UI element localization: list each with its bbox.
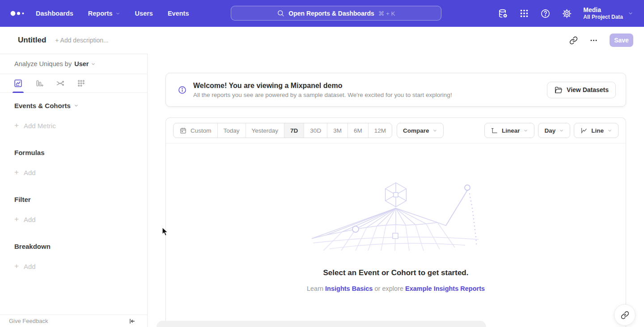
- banner-title: Welcome! You are viewing a Mixpanel demo: [193, 82, 547, 90]
- insights-chart-card: Custom Today Yesterday 7D 30D 3M 6M 12M …: [165, 117, 626, 327]
- date-range-segmented-control: Custom Today Yesterday 7D 30D 3M 6M 12M: [173, 123, 392, 138]
- next-section-peek: [157, 321, 486, 327]
- empty-state-links: Learn Insights Basics or explore Example…: [166, 285, 626, 292]
- add-filter-button[interactable]: + Add: [14, 215, 133, 224]
- plus-icon: +: [14, 168, 19, 177]
- analyze-entity-dropdown[interactable]: User: [74, 60, 96, 67]
- share-link-fab[interactable]: [614, 304, 636, 326]
- analyze-label: Analyze Uniques by: [14, 60, 72, 67]
- example-insights-reports-link[interactable]: Example Insights Reports: [405, 285, 485, 292]
- view-datasets-button[interactable]: View Datasets: [547, 82, 616, 98]
- range-30d[interactable]: 30D: [304, 123, 327, 138]
- search-icon: [277, 9, 284, 17]
- range-12m[interactable]: 12M: [368, 123, 392, 138]
- linear-axis-icon: [491, 127, 498, 134]
- flows-icon: [55, 79, 65, 88]
- wireframe-illustration: [311, 181, 481, 251]
- add-breakdown-button[interactable]: + Add: [14, 262, 133, 271]
- settings-gear-icon[interactable]: [562, 8, 572, 19]
- breakdown-header: Breakdown: [14, 243, 133, 250]
- interval-dropdown[interactable]: Day: [538, 123, 570, 138]
- top-nav: Dashboards Reports Users Events Open Rep…: [0, 0, 644, 27]
- nav-dashboards[interactable]: Dashboards: [36, 10, 73, 17]
- apps-grid-icon[interactable]: [519, 8, 529, 18]
- global-search[interactable]: Open Reports & Dashboards ⌘ + K: [231, 6, 441, 21]
- formulas-header: Formulas: [14, 149, 133, 156]
- query-builder-sidebar: Analyze Uniques by User: [0, 54, 148, 327]
- dot-grid-icon: [76, 79, 86, 88]
- nav-reports[interactable]: Reports: [88, 10, 120, 17]
- chart-type-dropdown[interactable]: Line: [574, 123, 619, 138]
- chart-controls: Custom Today Yesterday 7D 30D 3M 6M 12M …: [166, 118, 626, 143]
- tab-grid[interactable]: [76, 74, 86, 93]
- empty-state-heading: Select an Event or Cohort to get started…: [166, 268, 626, 277]
- range-3m[interactable]: 3M: [327, 123, 347, 138]
- filter-header: Filter: [14, 196, 133, 203]
- add-metric-button[interactable]: + Add Metric: [14, 121, 133, 130]
- chevron-down-icon: [91, 62, 96, 67]
- bar-chart-icon: [34, 79, 44, 88]
- search-shortcut: ⌘ + K: [378, 10, 395, 17]
- range-7d[interactable]: 7D: [284, 123, 304, 138]
- report-header: Untitled + Add description... Save: [0, 27, 644, 54]
- tab-flows[interactable]: [55, 74, 65, 93]
- chart-type-tabs: [0, 74, 147, 93]
- chevron-down-icon: [74, 103, 79, 108]
- nav-right-cluster: Media All Project Data: [498, 0, 633, 27]
- project-name: Media: [583, 6, 623, 14]
- scale-dropdown[interactable]: Linear: [484, 123, 535, 138]
- report-title[interactable]: Untitled: [18, 36, 46, 45]
- info-icon: [178, 85, 187, 95]
- folder-icon: [554, 86, 563, 94]
- chevron-down-icon: [628, 11, 633, 16]
- compare-dropdown[interactable]: Compare: [397, 123, 444, 138]
- chevron-down-icon: [115, 11, 120, 16]
- data-management-icon[interactable]: [498, 8, 508, 19]
- more-options-icon[interactable]: [589, 36, 598, 45]
- nav-users[interactable]: Users: [135, 10, 153, 17]
- copy-link-icon[interactable]: [569, 36, 578, 45]
- line-type-icon: [580, 127, 588, 134]
- line-chart-icon: [13, 79, 23, 88]
- chevron-down-icon: [523, 128, 528, 133]
- banner-subtitle: All the reports you see are powered by a…: [193, 92, 547, 98]
- range-custom[interactable]: Custom: [174, 123, 217, 138]
- demo-banner: Welcome! You are viewing a Mixpanel demo…: [165, 73, 626, 107]
- primary-nav: Dashboards Reports Users Events: [36, 10, 189, 17]
- insights-basics-link[interactable]: Insights Basics: [325, 285, 373, 292]
- project-scope: All Project Data: [583, 14, 623, 21]
- report-description-placeholder[interactable]: + Add description...: [55, 37, 108, 44]
- range-6m[interactable]: 6M: [347, 123, 368, 138]
- project-switcher[interactable]: Media All Project Data: [583, 6, 633, 21]
- range-today[interactable]: Today: [217, 123, 246, 138]
- link-icon: [621, 311, 629, 319]
- chevron-down-icon: [432, 128, 437, 133]
- calendar-icon: [179, 127, 187, 134]
- give-feedback-link[interactable]: Give Feedback: [9, 318, 48, 324]
- empty-state: Select an Event or Cohort to get started…: [166, 181, 626, 292]
- save-button[interactable]: Save: [610, 34, 633, 47]
- range-yesterday[interactable]: Yesterday: [246, 123, 284, 138]
- chevron-down-icon: [559, 128, 564, 133]
- plus-icon: +: [14, 215, 19, 224]
- help-icon[interactable]: [540, 8, 551, 19]
- tab-bar-chart[interactable]: [34, 74, 44, 93]
- collapse-sidebar-icon[interactable]: [128, 318, 136, 325]
- add-formula-button[interactable]: + Add: [14, 168, 133, 177]
- plus-icon: +: [14, 121, 19, 130]
- chevron-down-icon: [607, 128, 612, 133]
- search-placeholder: Open Reports & Dashboards: [288, 10, 374, 17]
- report-canvas: Welcome! You are viewing a Mixpanel demo…: [148, 54, 644, 327]
- events-cohorts-header[interactable]: Events & Cohorts: [14, 102, 133, 109]
- tab-line-chart[interactable]: [13, 74, 23, 93]
- plus-icon: +: [14, 262, 19, 271]
- nav-events[interactable]: Events: [168, 10, 189, 17]
- mixpanel-logo-icon[interactable]: [10, 10, 28, 17]
